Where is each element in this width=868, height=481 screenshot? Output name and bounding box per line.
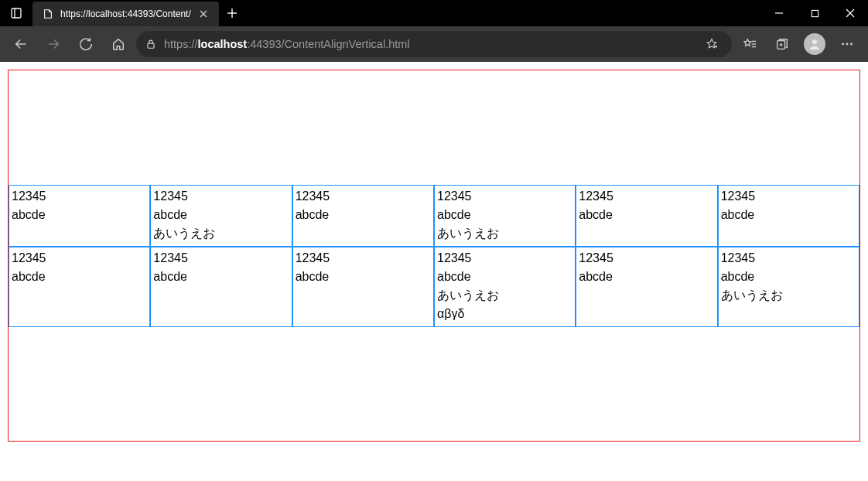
avatar-icon: [804, 33, 825, 55]
grid-cell: 12345 abcde あいうえお: [434, 185, 576, 247]
tab-title: https://localhost:44393/Content/: [60, 9, 191, 19]
favorites-button[interactable]: [735, 29, 764, 59]
cell-text: 12345: [721, 187, 856, 206]
svg-point-24: [850, 43, 853, 46]
cell-text: abcde: [153, 268, 289, 286]
cell-text: 12345: [153, 187, 289, 206]
new-tab-button[interactable]: [219, 0, 245, 26]
minimize-icon: [774, 9, 784, 18]
grid-cell: 12345 abcde: [150, 247, 292, 327]
refresh-button[interactable]: [71, 29, 101, 59]
tab-active[interactable]: https://localhost:44393/Content/: [32, 2, 219, 26]
svg-rect-0: [12, 9, 21, 18]
toolbar: https://localhost:44393/ContentAlignVert…: [0, 26, 868, 62]
close-icon: [200, 10, 207, 18]
grid-cell: 12345 abcde: [9, 247, 150, 327]
cell-text: あいうえお: [437, 286, 572, 305]
plus-icon: [227, 8, 238, 19]
minimize-button[interactable]: [761, 0, 797, 26]
url-scheme: https://: [164, 38, 198, 50]
home-button[interactable]: [104, 29, 133, 59]
svg-rect-7: [812, 10, 818, 16]
cell-text: 12345: [437, 187, 572, 206]
star-lines-icon: [743, 37, 757, 51]
back-button[interactable]: [6, 29, 36, 59]
cell-text: abcde: [153, 206, 289, 224]
cell-text: 12345: [12, 249, 147, 268]
arrow-left-icon: [14, 37, 28, 51]
url-text: https://localhost:44393/ContentAlignVert…: [164, 38, 410, 50]
cell-text: あいうえお: [437, 224, 572, 243]
maximize-icon: [811, 9, 819, 18]
more-button[interactable]: [832, 29, 862, 59]
window-controls: [761, 0, 868, 26]
cell-text: 12345: [721, 249, 856, 268]
cell-text: 12345: [437, 249, 572, 268]
address-bar[interactable]: https://localhost:44393/ContentAlignVert…: [136, 31, 732, 57]
cell-text: 12345: [296, 187, 431, 206]
tab-close-button[interactable]: [197, 8, 210, 20]
cell-text: 12345: [12, 187, 147, 206]
svg-rect-12: [148, 43, 154, 48]
collections-button[interactable]: [767, 29, 797, 59]
svg-point-22: [842, 43, 844, 46]
home-icon: [111, 37, 125, 51]
cell-text: 12345: [579, 249, 714, 268]
cell-text: abcde: [12, 268, 147, 286]
ellipsis-icon: [840, 37, 854, 51]
grid-cell: 12345 abcde: [292, 185, 434, 247]
outer-frame: 12345 abcde 12345 abcde あいうえお 12345 abcd…: [8, 70, 860, 442]
star-plus-icon: [706, 38, 718, 50]
collections-icon: [775, 37, 789, 51]
grid-cell: 12345 abcde あいうえお: [718, 247, 859, 327]
svg-point-23: [846, 43, 849, 46]
cell-text: abcde: [296, 206, 431, 224]
cell-text: あいうえお: [153, 224, 289, 243]
cell-text: 12345: [579, 187, 714, 206]
url-port: :44393: [247, 38, 281, 50]
cell-text: abcde: [296, 268, 431, 286]
grid-cell: 12345 abcde: [292, 247, 434, 327]
refresh-icon: [79, 37, 93, 51]
titlebar-drag-region[interactable]: [245, 0, 761, 26]
profile-button[interactable]: [800, 29, 829, 59]
arrow-right-icon: [46, 37, 60, 51]
grid-cell: 12345 abcde: [718, 185, 859, 247]
grid-row: 12345 abcde 12345 abcde あいうえお 12345 abcd…: [9, 185, 859, 247]
page-icon: [42, 8, 54, 20]
grid-cell: 12345 abcde あいうえお: [150, 185, 292, 247]
grid-row: 12345 abcde 12345 abcde 12345 abcde 1234…: [9, 247, 859, 327]
page-viewport: 12345 abcde 12345 abcde あいうえお 12345 abcd…: [0, 62, 868, 481]
cell-text: abcde: [437, 206, 572, 224]
svg-point-21: [812, 39, 817, 44]
grid-cell: 12345 abcde あいうえお αβγδ: [434, 247, 576, 327]
url-host: localhost: [198, 38, 248, 50]
tab-actions-button[interactable]: [0, 0, 32, 26]
cell-text: 12345: [153, 249, 289, 268]
forward-button[interactable]: [39, 29, 68, 59]
grid: 12345 abcde 12345 abcde あいうえお 12345 abcd…: [9, 185, 859, 327]
favorite-button[interactable]: [701, 33, 723, 55]
grid-cell: 12345 abcde: [576, 185, 717, 247]
cell-text: あいうえお: [721, 286, 856, 305]
cell-text: abcde: [12, 206, 147, 224]
lock-icon: [145, 39, 156, 49]
maximize-button[interactable]: [797, 0, 832, 26]
close-window-button[interactable]: [832, 0, 868, 26]
cell-text: abcde: [579, 206, 714, 224]
cell-text: αβγδ: [437, 305, 572, 323]
grid-cell: 12345 abcde: [9, 185, 150, 247]
url-path: /ContentAlignVertical.html: [282, 38, 410, 50]
tab-actions-icon: [10, 7, 22, 19]
cell-text: abcde: [579, 268, 714, 286]
cell-text: abcde: [721, 206, 856, 224]
cell-text: 12345: [296, 249, 431, 268]
grid-cell: 12345 abcde: [576, 247, 717, 327]
cell-text: abcde: [437, 268, 572, 286]
titlebar: https://localhost:44393/Content/: [0, 0, 868, 26]
close-icon: [846, 9, 855, 18]
cell-text: abcde: [721, 268, 856, 286]
